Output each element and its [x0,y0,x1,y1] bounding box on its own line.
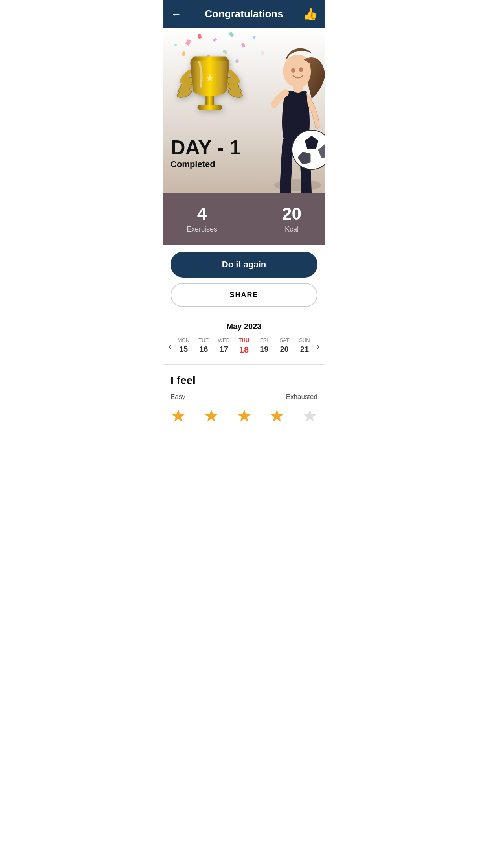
star-4[interactable]: ★ [269,406,284,426]
completed-label: Completed [171,159,241,169]
calendar-day[interactable]: SAT 20 [277,337,292,355]
calendar-next-button[interactable]: › [315,340,321,353]
hero-section: ★ DAY - 1 Completed [163,28,325,193]
kcal-count: 20 [282,204,301,224]
buttons-section: Do it again SHARE [163,245,325,314]
calendar-day[interactable]: MON 15 [176,337,191,355]
calendar-day[interactable]: FRI 19 [256,337,272,355]
calendar-day[interactable]: SUN 21 [297,337,312,355]
exercises-label: Exercises [187,225,217,234]
feel-labels: Easy Exhausted [171,393,317,401]
star-2[interactable]: ★ [204,406,219,426]
share-button[interactable]: SHARE [171,283,317,307]
day-info: DAY - 1 Completed [171,137,241,169]
calendar-day[interactable]: TUE 16 [196,337,211,355]
calendar-day[interactable]: WED 17 [216,337,232,355]
kcal-stat: 20 Kcal [282,204,301,234]
thumbs-up-icon[interactable]: 👍 [302,7,317,21]
star-1[interactable]: ★ [171,406,186,426]
feel-label-exhausted: Exhausted [286,393,317,401]
stats-section: 4 Exercises 20 Kcal [163,193,325,245]
feel-label-easy: Easy [171,393,185,401]
trophy-icon: ★ [171,36,249,130]
svg-point-21 [291,68,295,73]
svg-rect-15 [205,96,214,106]
svg-text:★: ★ [205,72,215,84]
page-title: Congratulations [186,8,302,20]
svg-rect-14 [192,57,227,62]
back-button[interactable]: ← [171,8,186,20]
calendar-week: ‹ MON 15 TUE 16 WED 17 THU 18 FRI 19 SAT… [167,337,321,355]
star-5[interactable]: ★ [302,406,317,426]
exercises-stat: 4 Exercises [187,204,217,234]
feel-title: I feel [171,374,317,387]
stars-rating[interactable]: ★★★★★ [171,406,317,426]
calendar-section: May 2023 ‹ MON 15 TUE 16 WED 17 THU 18 F… [163,314,325,363]
header: ← Congratulations 👍 [163,0,325,28]
calendar-prev-button[interactable]: ‹ [167,340,173,353]
svg-point-22 [299,67,303,72]
calendar-days: MON 15 TUE 16 WED 17 THU 18 FRI 19 SAT 2… [173,337,314,355]
hero-image [247,28,325,193]
do-again-button[interactable]: Do it again [171,252,317,278]
star-3[interactable]: ★ [237,406,252,426]
feel-section: I feel Easy Exhausted ★★★★★ [163,366,325,434]
kcal-label: Kcal [282,225,301,234]
section-divider [163,364,325,365]
svg-rect-16 [198,105,222,110]
stats-divider [250,207,250,231]
calendar-month: May 2023 [167,322,321,331]
day-label: DAY - 1 [171,137,241,158]
calendar-day[interactable]: THU 18 [236,337,252,355]
exercises-count: 4 [187,204,217,224]
